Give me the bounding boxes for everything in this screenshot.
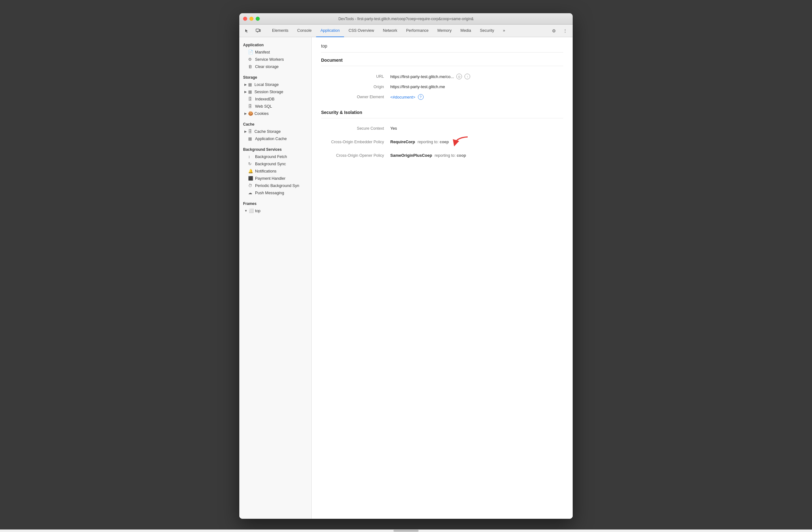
tab-elements[interactable]: Elements (267, 25, 293, 37)
expand-arrow-cache-icon: ▶ (244, 130, 247, 133)
clear-storage-icon: 🗑 (248, 64, 253, 69)
sidebar-item-cookies[interactable]: ▶ 🍪 Cookies (239, 110, 311, 117)
url-copy-icon[interactable]: ⊙ (456, 74, 462, 79)
url-label: URL (321, 74, 390, 79)
sidebar-item-websql[interactable]: 🗄 Web SQL (239, 103, 311, 110)
bg-services-section-title: Background Services (239, 145, 311, 153)
secure-context-label: Secure Context (321, 126, 390, 131)
svg-rect-0 (256, 29, 259, 31)
security-section-title: Security & Isolation (321, 110, 563, 118)
toolbar-right: ⚙ ⋮ (549, 26, 569, 35)
expand-arrow-icon: ▶ (244, 83, 247, 86)
coep-label: Cross-Origin Embedder Policy (321, 140, 390, 144)
notifications-icon: 🔔 (248, 169, 253, 173)
cursor-icon[interactable] (243, 26, 251, 35)
main-content: Application 📄 Manifest ⚙ Service Workers… (239, 37, 573, 519)
document-section: Document URL https://first-party-test.gl… (321, 58, 563, 102)
coop-reporting-value: coop (456, 153, 466, 158)
window-title: DevTools - first-party-test.glitch.me/co… (338, 17, 474, 21)
periodic-bg-sync-icon: ⏱ (248, 183, 253, 188)
coop-policy-value: SameOriginPlusCoep (390, 153, 432, 158)
sidebar-item-indexeddb[interactable]: 🗄 IndexedDB (239, 95, 311, 103)
tab-application[interactable]: Application (316, 25, 344, 37)
tab-media[interactable]: Media (456, 25, 476, 37)
cache-storage-icon: 🗄 (248, 129, 253, 134)
sidebar-item-manifest[interactable]: 📄 Manifest (239, 48, 311, 56)
close-button[interactable] (243, 17, 247, 21)
page-title: top (321, 43, 563, 53)
tab-network[interactable]: Network (378, 25, 402, 37)
sidebar-item-payment-handler[interactable]: ⬛ Payment Handler (239, 175, 311, 182)
origin-label: Origin (321, 85, 390, 89)
security-section: Security & Isolation Secure Context Yes … (321, 110, 563, 160)
secure-context-row: Secure Context Yes (321, 123, 563, 133)
session-storage-icon: ▦ (248, 89, 253, 94)
sidebar-item-session-storage[interactable]: ▶ ▦ Session Storage (239, 88, 311, 95)
toolbar: Elements Console Application CSS Overvie… (239, 25, 573, 37)
tab-more[interactable]: » (498, 25, 509, 37)
tab-performance[interactable]: Performance (402, 25, 433, 37)
svg-rect-1 (259, 30, 260, 31)
coep-reporting-text: reporting to: coep (418, 140, 449, 144)
bg-fetch-icon: ↕ (248, 154, 253, 159)
sidebar: Application 📄 Manifest ⚙ Service Workers… (239, 37, 311, 519)
sidebar-item-bg-fetch[interactable]: ↕ Background Fetch (239, 153, 311, 160)
sidebar-item-bg-sync[interactable]: ↻ Background Sync (239, 160, 311, 167)
expand-arrow-frames-icon: ▼ (244, 209, 247, 212)
sidebar-item-local-storage[interactable]: ▶ ▦ Local Storage (239, 81, 311, 88)
cookies-icon: 🍪 (248, 111, 253, 116)
application-cache-icon: ▦ (248, 136, 253, 141)
sidebar-item-service-workers[interactable]: ⚙ Service Workers (239, 56, 311, 63)
document-section-title: Document (321, 58, 563, 66)
devtools-window: DevTools - first-party-test.glitch.me/co… (239, 13, 573, 519)
frames-section-title: Frames (239, 199, 311, 207)
manifest-icon: 📄 (248, 50, 253, 54)
tab-security[interactable]: Security (476, 25, 498, 37)
websql-icon: 🗄 (248, 104, 253, 109)
origin-value: https://first-party-test.glitch.me (390, 84, 445, 89)
bg-sync-icon: ↻ (248, 162, 253, 166)
push-messaging-icon: ☁ (248, 191, 253, 195)
main-panel: top Document URL https://first-party-tes… (311, 37, 573, 519)
settings-icon[interactable]: ⚙ (549, 26, 558, 35)
url-value: https://first-party-test.glitch.me/co...… (390, 74, 470, 79)
minimize-button[interactable] (249, 17, 253, 21)
sidebar-item-clear-storage[interactable]: 🗑 Clear storage (239, 63, 311, 70)
panel-inner: top Document URL https://first-party-tes… (311, 37, 573, 174)
secure-context-value: Yes (390, 126, 397, 131)
expand-arrow-session-icon: ▶ (244, 90, 247, 94)
sidebar-item-application-cache[interactable]: ▦ Application Cache (239, 135, 311, 142)
payment-handler-icon: ⬛ (248, 176, 253, 181)
sidebar-item-periodic-bg-sync[interactable]: ⏱ Periodic Background Syn (239, 182, 311, 189)
maximize-button[interactable] (256, 17, 260, 21)
more-options-icon[interactable]: ⋮ (561, 26, 569, 35)
cache-section-title: Cache (239, 120, 311, 128)
coep-row: Cross-Origin Embedder Policy RequireCorp… (321, 133, 563, 151)
origin-row: Origin https://first-party-test.glitch.m… (321, 82, 563, 92)
frame-icon: ⬜ (249, 208, 254, 213)
tab-console[interactable]: Console (293, 25, 316, 37)
url-row: URL https://first-party-test.glitch.me/c… (321, 71, 563, 82)
sidebar-item-notifications[interactable]: 🔔 Notifications (239, 167, 311, 175)
coop-value: SameOriginPlusCoep reporting to: coop (390, 153, 466, 158)
coep-value: RequireCorp reporting to: coep (390, 136, 469, 148)
sidebar-item-top-frame[interactable]: ▼ ⬜ top (239, 207, 311, 214)
owner-element-value: <#document> ? (390, 94, 424, 100)
url-navigate-icon[interactable]: ↑ (464, 74, 470, 79)
owner-element-row: Owner Element <#document> ? (321, 92, 563, 102)
tab-memory[interactable]: Memory (433, 25, 456, 37)
owner-element-info-icon[interactable]: ? (418, 94, 424, 100)
sidebar-item-cache-storage[interactable]: ▶ 🗄 Cache Storage (239, 128, 311, 135)
device-icon[interactable] (254, 26, 263, 35)
expand-arrow-cookies-icon: ▶ (244, 112, 247, 115)
tab-css-overview[interactable]: CSS Overview (344, 25, 378, 37)
coop-label: Cross-Origin Opener Policy (321, 153, 390, 158)
title-bar: DevTools - first-party-test.glitch.me/co… (239, 13, 573, 25)
coop-row: Cross-Origin Opener Policy SameOriginPlu… (321, 151, 563, 160)
traffic-lights (243, 17, 260, 21)
red-arrow-annotation (454, 136, 469, 148)
sidebar-item-push-messaging[interactable]: ☁ Push Messaging (239, 189, 311, 196)
owner-element-link[interactable]: <#document> (390, 95, 416, 99)
coep-policy-value: RequireCorp (390, 139, 415, 144)
service-workers-icon: ⚙ (248, 57, 253, 62)
